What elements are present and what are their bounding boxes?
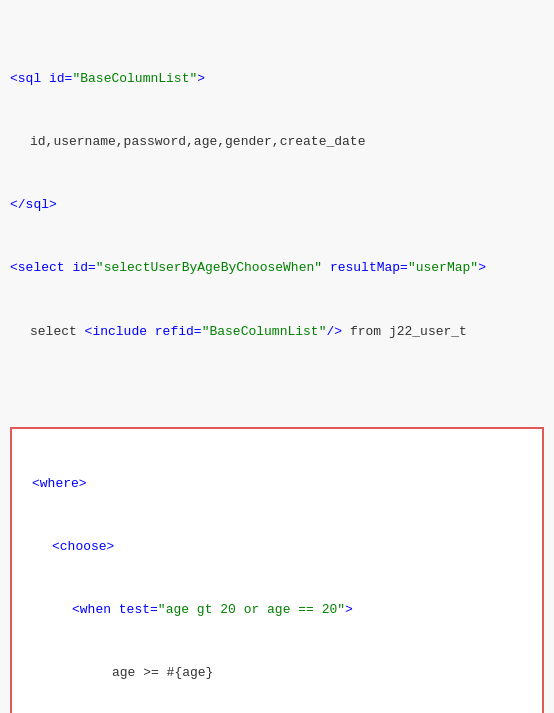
line-5: select <include refid="BaseColumnList"/>… [10, 321, 544, 342]
line-3: </sql> [10, 194, 544, 215]
line-2: id,username,password,age,gender,create_d… [10, 131, 544, 152]
when-open-1: <when test="age gt 20 or age == 20"> [12, 599, 542, 620]
where-block-1: <where> <choose> <when test="age gt 20 o… [10, 427, 544, 713]
when-body-1: age >= #{age} [12, 662, 542, 683]
choose-open-1: <choose> [12, 536, 542, 557]
line-1: <sql id="BaseColumnList"> [10, 68, 544, 89]
code-container: <sql id="BaseColumnList"> id,username,pa… [0, 0, 554, 713]
line-4: <select id="selectUserByAgeByChooseWhen"… [10, 257, 544, 278]
where-open-1: <where> [12, 473, 542, 494]
